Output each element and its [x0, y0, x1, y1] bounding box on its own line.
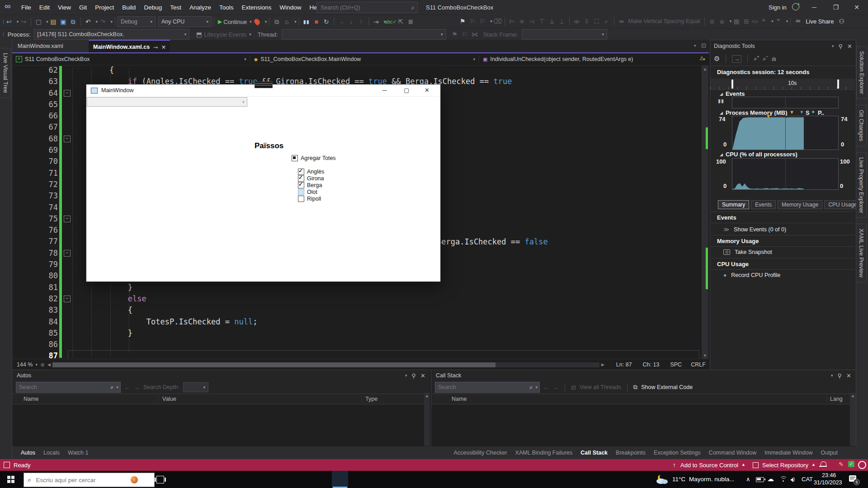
same-size-button[interactable]: ⛶: [592, 16, 602, 27]
tab-memory-usage[interactable]: Memory Usage: [778, 200, 822, 209]
pin-icon[interactable]: ⚲: [839, 43, 843, 50]
clock-date[interactable]: 31/10/2023: [814, 479, 842, 486]
breadcrumb-member[interactable]: ▣IndividualUnChecked(object sender, Rout…: [479, 56, 709, 62]
menu-git[interactable]: Git: [75, 0, 91, 14]
align-right-button[interactable]: ⫤: [527, 16, 537, 27]
spell-check-button[interactable]: abc✓: [386, 16, 396, 27]
menu-extensions[interactable]: Extensions: [238, 0, 276, 14]
scroll-right-arrow[interactable]: ▶: [601, 362, 604, 367]
memory-chart[interactable]: ▼: [732, 116, 839, 150]
same-height-button[interactable]: ⇳: [582, 16, 592, 27]
olot-checkbox[interactable]: [298, 189, 304, 195]
show-next-statement-button[interactable]: ⇥: [371, 16, 381, 27]
callstack-search-box[interactable]: ⌕▾: [435, 382, 540, 393]
close-tab-icon[interactable]: ✕: [161, 44, 166, 51]
weather-label[interactable]: Mayorm. nubla...: [689, 476, 735, 483]
memory-collapse-icon[interactable]: ◢: [720, 111, 723, 115]
bottom-tab-exception-settings[interactable]: Exception Settings: [650, 448, 705, 458]
cpu-collapse-icon[interactable]: ◢: [720, 152, 723, 157]
grid-button[interactable]: ⊞: [741, 16, 751, 27]
navigate-forward-button[interactable]: ↪: [19, 16, 28, 27]
solution-config-dropdown[interactable]: Debug▾: [118, 16, 156, 27]
tab-mainwindow-xaml[interactable]: MainWindow.xaml: [12, 40, 94, 52]
callstack-forward-icon[interactable]: →: [553, 384, 559, 391]
callstack-pin-icon[interactable]: ⚲: [838, 372, 842, 379]
continue-button[interactable]: Continue: [223, 19, 247, 25]
autos-close-icon[interactable]: ✕: [420, 372, 425, 379]
make-vertical-spacing-label[interactable]: Make Vertical Spacing Equal: [628, 18, 700, 24]
bottom-tab-locals[interactable]: Locals: [39, 448, 64, 458]
ruler-start-marker[interactable]: [731, 80, 733, 89]
cpu-chart[interactable]: [732, 158, 839, 190]
code-line-62[interactable]: {: [72, 65, 114, 76]
process-dropdown[interactable]: [14176] S11 ComboBoxCheckBox.▾: [34, 29, 189, 40]
open-file-button[interactable]: ▤: [48, 16, 58, 27]
bottom-tab-autos[interactable]: Autos: [17, 448, 39, 458]
tab-events[interactable]: Events: [751, 200, 776, 209]
mainwindow-drag-handle[interactable]: [255, 81, 273, 88]
minimize-button[interactable]: ─: [809, 2, 819, 13]
zoom-level-dropdown[interactable]: 144 %: [17, 361, 33, 368]
health-check-icon[interactable]: ✓: [848, 461, 854, 467]
view-all-threads-button[interactable]: View all Threads: [580, 384, 621, 390]
girona-checkbox[interactable]: [298, 175, 304, 182]
image-button[interactable]: ▦: [731, 16, 741, 27]
code-window-button[interactable]: ⧉: [272, 16, 282, 27]
spacing-icon[interactable]: ⇹: [617, 16, 627, 27]
select-all-checkbox-row[interactable]: Agregar Totes: [292, 155, 336, 161]
berga-checkbox[interactable]: [298, 182, 304, 188]
dialog-maximize-button[interactable]: ▢: [404, 87, 409, 94]
pin-tab-icon[interactable]: ⊸: [153, 44, 158, 51]
autos-col-type[interactable]: Type: [361, 396, 377, 402]
bottom-tab-output[interactable]: Output: [817, 448, 842, 458]
onedrive-cloud-icon[interactable]: ☁: [767, 475, 774, 483]
align-middle-button[interactable]: ⫡: [547, 16, 557, 27]
callstack-close-icon[interactable]: ✕: [846, 372, 851, 379]
group-button[interactable]: ⧈: [707, 16, 717, 27]
record-cpu-link[interactable]: Record CPU Profile: [731, 272, 780, 278]
events-pause-icon[interactable]: ▮▮: [718, 98, 724, 104]
fold-marker[interactable]: −: [64, 296, 71, 302]
undo-button[interactable]: ↶: [83, 16, 93, 27]
add-to-source-control-button[interactable]: Add to Source Control: [680, 462, 738, 469]
bookmark-button[interactable]: ⚑: [458, 16, 467, 27]
language-indicator[interactable]: CAT: [802, 476, 813, 483]
callstack-col-name[interactable]: Name: [452, 396, 827, 402]
stack-frame-dropdown[interactable]: ▾: [522, 29, 607, 40]
code-line-84[interactable]: TotesP.IsChecked = null;: [72, 316, 257, 328]
dialog-combobox[interactable]: ˅: [87, 97, 247, 107]
menu-debug[interactable]: Debug: [140, 0, 166, 14]
mainwindow-dialog[interactable]: MainWindow ─ ▢ ✕ ˅ Païssos Agregar Totes…: [86, 84, 441, 282]
live-share-label[interactable]: Live Share: [806, 18, 834, 25]
callstack-back-icon[interactable]: ←: [543, 384, 549, 391]
task-view-button[interactable]: [156, 476, 164, 483]
code-line-85[interactable]: }: [72, 328, 132, 339]
diag-zoom-out-icon[interactable]: ⌕⁻: [763, 55, 768, 62]
code-line-82[interactable]: else: [72, 293, 146, 305]
clock-time[interactable]: 23:46: [822, 472, 836, 479]
scroll-left-arrow[interactable]: ◀: [47, 362, 51, 367]
diag-zoom-in-icon[interactable]: ⌕⁺: [754, 55, 759, 62]
take-snapshot-link[interactable]: Take Snapshot: [735, 249, 772, 255]
horizontal-scrollbar[interactable]: [52, 362, 599, 367]
hot-reload-icon[interactable]: [253, 18, 261, 26]
bell-icon[interactable]: [821, 461, 826, 466]
zoom-designer-button[interactable]: ⌕: [602, 16, 612, 27]
new-project-button[interactable]: ▢: [33, 16, 43, 27]
next-bookmark-button[interactable]: ⚐: [477, 16, 487, 27]
fold-marker[interactable]: −: [64, 90, 71, 97]
menu-test[interactable]: Test: [166, 0, 185, 14]
callstack-scrollbar[interactable]: ▲: [850, 393, 856, 446]
flag-icon[interactable]: ⚑: [450, 29, 460, 40]
menu-file[interactable]: File: [17, 0, 35, 14]
fold-marker[interactable]: −: [64, 216, 71, 222]
autos-scrollbar[interactable]: ▲: [424, 393, 430, 446]
menu-analyze[interactable]: Analyze: [185, 0, 215, 14]
status-avatar-icon[interactable]: [858, 461, 866, 469]
tab-git-changes[interactable]: Git Changes: [856, 105, 867, 146]
checkbox-row-olot[interactable]: Olot: [298, 189, 317, 195]
redo-button[interactable]: ↷: [98, 16, 108, 27]
live-share-icon[interactable]: ⮹: [793, 16, 803, 27]
size-to-content-button[interactable]: ⟚: [572, 16, 582, 27]
document-health-warning-icon[interactable]: ⚠: [699, 55, 704, 61]
